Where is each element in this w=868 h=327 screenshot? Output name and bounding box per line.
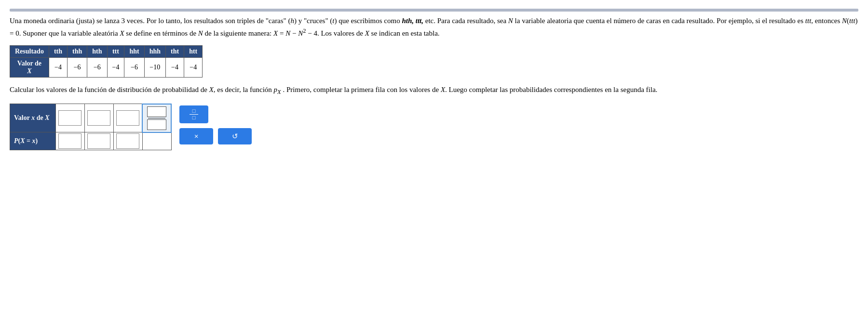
row2-input3-cell [113,132,142,150]
val-htt: −4 [184,57,203,77]
problem-paragraph1: Una moneda ordinaria (justa) se lanza 3 … [10,15,858,39]
row1-frac-cell [142,104,171,132]
val-tth: −4 [49,57,67,77]
row1-input3-cell [113,104,142,132]
row1-input2[interactable] [87,110,110,126]
row2-input2[interactable] [87,133,110,149]
col-ttt: ttt [107,45,124,57]
col-tht: tht [166,45,184,57]
col-htt: htt [184,45,203,57]
col-thh: thh [68,45,87,57]
row2-input3[interactable] [116,133,139,149]
row1-input1-cell [55,104,84,132]
row1-input3[interactable] [116,110,139,126]
val-tht: −4 [166,57,184,77]
frac-btn-row: □ □ [179,105,252,123]
col-hth: hth [87,45,107,57]
top-bar [10,9,858,12]
col-hhh: hhh [144,45,165,57]
fraction-icon: □ □ [190,108,198,120]
val-hhh: −10 [144,57,165,77]
row2-input2-cell [84,132,113,150]
buttons-area: □ □ × ↺ [179,105,252,144]
row2-empty-cell [142,132,171,150]
valor-x-label: Valor deX [10,57,49,77]
frac-divider-row1 [148,118,165,118]
valor-x-de-x-label: Valor x de X [10,104,56,132]
undo-icon: ↺ [232,132,238,141]
col-hht: hht [124,45,144,57]
val-ttt: −4 [107,57,124,77]
frac-denominator-row1[interactable] [147,119,166,130]
problem-paragraph2: Calcular los valores de la función de di… [10,84,858,97]
prob-table: Valor x de X P(X = x) [10,104,172,151]
fraction-button[interactable]: □ □ [179,105,208,123]
col-tth: tth [49,45,67,57]
clear-button[interactable]: × [179,128,213,144]
val-hht: −6 [124,57,144,77]
p-x-eq-x-label: P(X = x) [10,132,56,150]
result-table-header-label: Resultado [10,45,49,57]
prob-table-wrapper: Valor x de X P(X = x) [10,104,858,151]
val-thh: −6 [68,57,87,77]
row1-input2-cell [84,104,113,132]
undo-button[interactable]: ↺ [218,128,252,144]
frac-numerator-row1[interactable] [147,106,166,117]
row2-input1[interactable] [58,133,81,149]
row1-input1[interactable] [58,110,81,126]
val-hth: −6 [87,57,107,77]
action-btn-row: × ↺ [179,128,252,144]
x-icon: × [194,132,199,140]
result-table: Resultado tth thh hth ttt hht hhh tht ht… [10,45,203,78]
frac-input-box-row1 [145,106,169,130]
row2-input1-cell [55,132,84,150]
